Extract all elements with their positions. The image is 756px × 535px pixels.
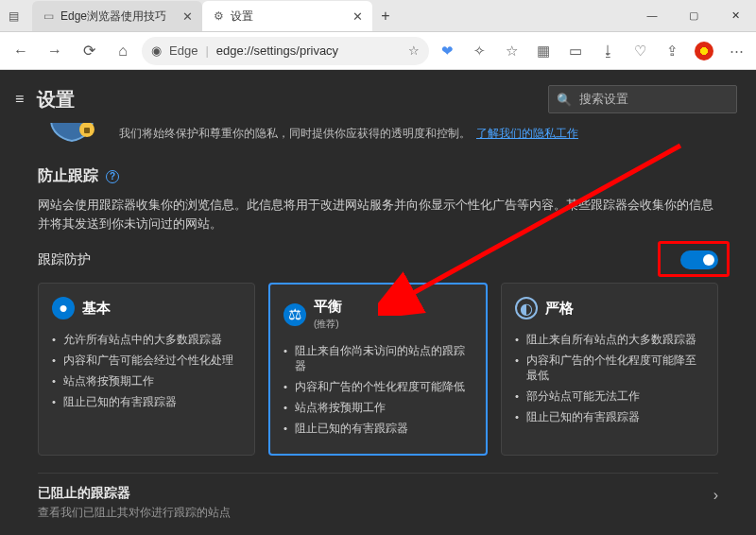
close-window-button[interactable]: ✕ — [714, 0, 756, 31]
card-item: 部分站点可能无法工作 — [515, 386, 704, 406]
tab-label: Edge浏览器使用技巧 — [60, 9, 177, 25]
profile-flag-icon[interactable] — [690, 37, 718, 65]
tab-strip: ▭ Edge浏览器使用技巧 ✕ ⚙ 设置 ✕ + — [32, 1, 631, 31]
card-subtitle: (推荐) — [314, 318, 342, 331]
forward-button[interactable]: → — [40, 36, 70, 66]
row-title: 已阻止的跟踪器 — [38, 485, 718, 502]
refresh-button[interactable]: ⟳ — [74, 36, 104, 66]
tracking-prevention-section: 防止跟踪 ? 网站会使用跟踪器收集你的浏览信息。此信息将用于改进网站服务并向你显… — [0, 149, 756, 535]
downloads-icon[interactable]: ⭳ — [593, 37, 622, 65]
card-item: 阻止已知的有害跟踪器 — [515, 406, 704, 427]
card-item: 阻止已知的有害跟踪器 — [284, 418, 472, 439]
card-item: 阻止来自所有站点的大多数跟踪器 — [515, 329, 704, 350]
row-desc: 查看我们已阻止其对你进行跟踪的站点 — [38, 506, 718, 520]
back-button[interactable]: ← — [6, 36, 36, 66]
chevron-right-icon: › — [713, 487, 718, 504]
card-title: 平衡 — [314, 298, 342, 316]
card-item: 内容和广告的个性化程度可能降至最低 — [515, 350, 704, 386]
blocked-trackers-row[interactable]: 已阻止的跟踪器 查看我们已阻止其对你进行跟踪的站点 › — [38, 473, 718, 520]
note-icon[interactable]: ▭ — [561, 37, 590, 65]
site-identity-icon: ◉ — [151, 43, 162, 58]
card-item: 站点将按预期工作 — [52, 371, 241, 391]
maximize-button[interactable]: ▢ — [673, 0, 714, 31]
engine-label: Edge — [169, 43, 198, 58]
minimize-button[interactable]: ― — [631, 0, 673, 31]
close-icon[interactable]: ✕ — [182, 9, 193, 24]
globe-icon: ● — [52, 297, 75, 319]
new-tab-button[interactable]: + — [372, 1, 399, 31]
tracking-protection-row: 跟踪防护 — [38, 250, 718, 269]
settings-header: ≡ 设置 🔍 搜索设置 — [0, 70, 756, 123]
separator: | — [205, 43, 208, 58]
intro-text: 我们将始终保护和尊重你的隐私，同时提供你应获得的透明度和控制。 — [119, 126, 471, 142]
search-placeholder: 搜索设置 — [579, 91, 628, 108]
card-basic[interactable]: ● 基本 允许所有站点中的大多数跟踪器 内容和广告可能会经过个性化处理 站点将按… — [38, 283, 255, 456]
card-item: 内容和广告可能会经过个性化处理 — [52, 350, 241, 371]
more-menu-icon[interactable]: ⋯ — [722, 37, 750, 65]
card-item: 阻止已知的有害跟踪器 — [52, 391, 241, 412]
card-item: 内容和广告的个性化程度可能降低 — [284, 376, 472, 397]
protection-label: 跟踪防护 — [38, 251, 91, 268]
tab-item-active[interactable]: ⚙ 设置 ✕ — [202, 1, 372, 31]
bird-icon[interactable]: ❤ — [433, 37, 461, 65]
privacy-shield-icon — [38, 123, 106, 143]
gear-icon: ⚙ — [212, 9, 225, 23]
card-balanced[interactable]: ⚖ 平衡 (推荐) 阻止来自你尚未访问的站点的跟踪器 内容和广告的个性化程度可能… — [268, 283, 488, 456]
section-description: 网站会使用跟踪器收集你的浏览信息。此信息将用于改进网站服务并向你显示个性化广告等… — [38, 196, 718, 233]
scale-icon: ⚖ — [284, 303, 306, 326]
card-title: 基本 — [82, 300, 111, 318]
search-icon: 🔍 — [557, 93, 572, 107]
toolbar: ← → ⟳ ⌂ ◉ Edge | edge://settings/privacy… — [0, 32, 756, 70]
tab-label: 设置 — [231, 9, 347, 25]
tracking-level-cards: ● 基本 允许所有站点中的大多数跟踪器 内容和广告可能会经过个性化处理 站点将按… — [38, 283, 718, 456]
app-menu-icon[interactable]: ▤ — [0, 1, 26, 31]
close-icon[interactable]: ✕ — [352, 9, 363, 24]
svg-rect-1 — [84, 128, 90, 133]
home-button[interactable]: ⌂ — [108, 36, 138, 66]
search-settings-input[interactable]: 🔍 搜索设置 — [548, 85, 737, 113]
learn-more-link[interactable]: 了解我们的隐私工作 — [476, 126, 578, 142]
card-item: 阻止来自你尚未访问的站点的跟踪器 — [284, 340, 472, 376]
shield-icon: ◐ — [515, 297, 538, 319]
share-icon[interactable]: ⇪ — [658, 37, 686, 65]
heart-icon[interactable]: ♡ — [626, 37, 654, 65]
section-title: 防止跟踪 — [38, 166, 98, 186]
titlebar: ▤ ▭ Edge浏览器使用技巧 ✕ ⚙ 设置 ✕ + ― ▢ ✕ — [0, 0, 756, 32]
settings-page: ≡ 设置 🔍 搜索设置 我们将始终保护和尊重你的隐私，同时提供你应获得的透明度和… — [0, 70, 756, 535]
favorite-icon[interactable]: ☆ — [408, 43, 420, 58]
card-strict[interactable]: ◐ 严格 阻止来自所有站点的大多数跟踪器 内容和广告的个性化程度可能降至最低 部… — [501, 283, 718, 456]
extensions-icon[interactable]: ✧ — [465, 37, 493, 65]
info-icon[interactable]: ? — [106, 170, 119, 183]
card-item: 允许所有站点中的大多数跟踪器 — [52, 329, 241, 350]
url-text: edge://settings/privacy — [216, 43, 338, 58]
card-item: 站点将按预期工作 — [284, 397, 472, 418]
favorites-icon[interactable]: ☆ — [497, 37, 525, 65]
window-controls: ― ▢ ✕ — [631, 0, 756, 31]
card-title: 严格 — [545, 300, 574, 318]
protection-toggle[interactable] — [680, 250, 718, 269]
page-title: 设置 — [37, 87, 75, 112]
collections-icon[interactable]: ▦ — [529, 37, 558, 65]
privacy-intro: 我们将始终保护和尊重你的隐私，同时提供你应获得的透明度和控制。 了解我们的隐私工… — [0, 123, 756, 149]
page-icon: ▭ — [42, 9, 55, 23]
tab-item[interactable]: ▭ Edge浏览器使用技巧 ✕ — [32, 1, 202, 31]
address-bar[interactable]: ◉ Edge | edge://settings/privacy ☆ — [142, 37, 429, 65]
menu-icon[interactable]: ≡ — [15, 91, 24, 108]
